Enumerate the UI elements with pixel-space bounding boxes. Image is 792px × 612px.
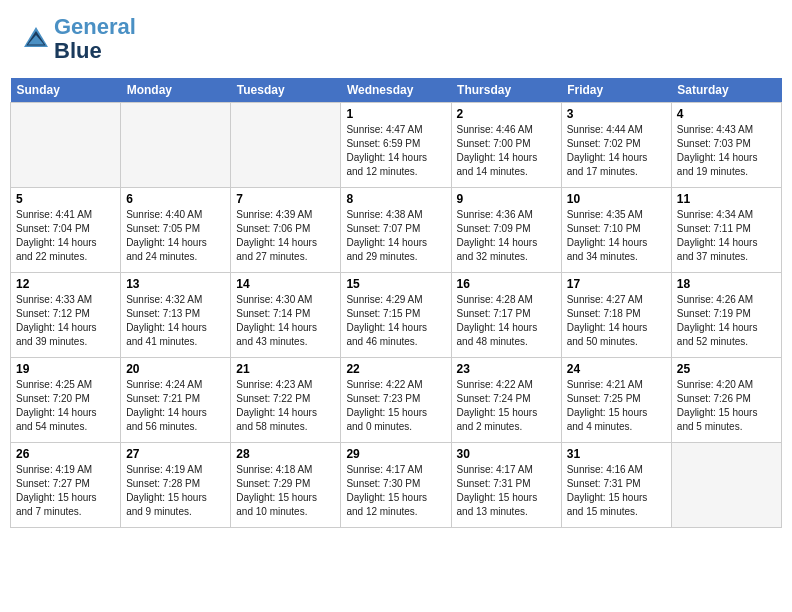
- day-info: Sunrise: 4:26 AMSunset: 7:19 PMDaylight:…: [677, 293, 776, 349]
- calendar-body: 1Sunrise: 4:47 AMSunset: 6:59 PMDaylight…: [11, 103, 782, 528]
- logo: GeneralBlue: [20, 15, 136, 63]
- day-cell: 23Sunrise: 4:22 AMSunset: 7:24 PMDayligh…: [451, 358, 561, 443]
- day-info: Sunrise: 4:16 AMSunset: 7:31 PMDaylight:…: [567, 463, 666, 519]
- day-info: Sunrise: 4:40 AMSunset: 7:05 PMDaylight:…: [126, 208, 225, 264]
- day-number: 13: [126, 277, 225, 291]
- day-cell: [231, 103, 341, 188]
- week-row-4: 19Sunrise: 4:25 AMSunset: 7:20 PMDayligh…: [11, 358, 782, 443]
- day-cell: 9Sunrise: 4:36 AMSunset: 7:09 PMDaylight…: [451, 188, 561, 273]
- day-number: 9: [457, 192, 556, 206]
- day-cell: 11Sunrise: 4:34 AMSunset: 7:11 PMDayligh…: [671, 188, 781, 273]
- day-cell: 7Sunrise: 4:39 AMSunset: 7:06 PMDaylight…: [231, 188, 341, 273]
- day-number: 12: [16, 277, 115, 291]
- day-number: 5: [16, 192, 115, 206]
- day-info: Sunrise: 4:41 AMSunset: 7:04 PMDaylight:…: [16, 208, 115, 264]
- day-cell: 15Sunrise: 4:29 AMSunset: 7:15 PMDayligh…: [341, 273, 451, 358]
- day-number: 15: [346, 277, 445, 291]
- header-cell-wednesday: Wednesday: [341, 78, 451, 103]
- day-cell: 12Sunrise: 4:33 AMSunset: 7:12 PMDayligh…: [11, 273, 121, 358]
- week-row-2: 5Sunrise: 4:41 AMSunset: 7:04 PMDaylight…: [11, 188, 782, 273]
- day-cell: 26Sunrise: 4:19 AMSunset: 7:27 PMDayligh…: [11, 443, 121, 528]
- day-info: Sunrise: 4:38 AMSunset: 7:07 PMDaylight:…: [346, 208, 445, 264]
- day-number: 26: [16, 447, 115, 461]
- day-info: Sunrise: 4:30 AMSunset: 7:14 PMDaylight:…: [236, 293, 335, 349]
- day-info: Sunrise: 4:39 AMSunset: 7:06 PMDaylight:…: [236, 208, 335, 264]
- day-info: Sunrise: 4:19 AMSunset: 7:27 PMDaylight:…: [16, 463, 115, 519]
- day-cell: 10Sunrise: 4:35 AMSunset: 7:10 PMDayligh…: [561, 188, 671, 273]
- day-cell: 20Sunrise: 4:24 AMSunset: 7:21 PMDayligh…: [121, 358, 231, 443]
- day-info: Sunrise: 4:29 AMSunset: 7:15 PMDaylight:…: [346, 293, 445, 349]
- day-number: 27: [126, 447, 225, 461]
- week-row-3: 12Sunrise: 4:33 AMSunset: 7:12 PMDayligh…: [11, 273, 782, 358]
- day-number: 6: [126, 192, 225, 206]
- day-info: Sunrise: 4:23 AMSunset: 7:22 PMDaylight:…: [236, 378, 335, 434]
- day-info: Sunrise: 4:43 AMSunset: 7:03 PMDaylight:…: [677, 123, 776, 179]
- day-number: 14: [236, 277, 335, 291]
- day-info: Sunrise: 4:27 AMSunset: 7:18 PMDaylight:…: [567, 293, 666, 349]
- day-cell: 24Sunrise: 4:21 AMSunset: 7:25 PMDayligh…: [561, 358, 671, 443]
- day-number: 28: [236, 447, 335, 461]
- page-header: GeneralBlue: [10, 10, 782, 68]
- day-info: Sunrise: 4:33 AMSunset: 7:12 PMDaylight:…: [16, 293, 115, 349]
- calendar-table: SundayMondayTuesdayWednesdayThursdayFrid…: [10, 78, 782, 528]
- day-number: 31: [567, 447, 666, 461]
- day-cell: 31Sunrise: 4:16 AMSunset: 7:31 PMDayligh…: [561, 443, 671, 528]
- day-info: Sunrise: 4:20 AMSunset: 7:26 PMDaylight:…: [677, 378, 776, 434]
- day-cell: 4Sunrise: 4:43 AMSunset: 7:03 PMDaylight…: [671, 103, 781, 188]
- header-cell-sunday: Sunday: [11, 78, 121, 103]
- day-number: 20: [126, 362, 225, 376]
- logo-icon: [20, 23, 52, 55]
- day-info: Sunrise: 4:32 AMSunset: 7:13 PMDaylight:…: [126, 293, 225, 349]
- day-number: 19: [16, 362, 115, 376]
- day-info: Sunrise: 4:44 AMSunset: 7:02 PMDaylight:…: [567, 123, 666, 179]
- day-cell: [121, 103, 231, 188]
- day-cell: 1Sunrise: 4:47 AMSunset: 6:59 PMDaylight…: [341, 103, 451, 188]
- day-cell: 27Sunrise: 4:19 AMSunset: 7:28 PMDayligh…: [121, 443, 231, 528]
- day-number: 2: [457, 107, 556, 121]
- day-cell: [11, 103, 121, 188]
- day-cell: 21Sunrise: 4:23 AMSunset: 7:22 PMDayligh…: [231, 358, 341, 443]
- day-cell: 28Sunrise: 4:18 AMSunset: 7:29 PMDayligh…: [231, 443, 341, 528]
- day-cell: 22Sunrise: 4:22 AMSunset: 7:23 PMDayligh…: [341, 358, 451, 443]
- day-number: 4: [677, 107, 776, 121]
- day-number: 24: [567, 362, 666, 376]
- day-info: Sunrise: 4:47 AMSunset: 6:59 PMDaylight:…: [346, 123, 445, 179]
- day-info: Sunrise: 4:28 AMSunset: 7:17 PMDaylight:…: [457, 293, 556, 349]
- day-number: 17: [567, 277, 666, 291]
- day-info: Sunrise: 4:19 AMSunset: 7:28 PMDaylight:…: [126, 463, 225, 519]
- day-number: 10: [567, 192, 666, 206]
- day-number: 29: [346, 447, 445, 461]
- day-info: Sunrise: 4:24 AMSunset: 7:21 PMDaylight:…: [126, 378, 225, 434]
- day-cell: 29Sunrise: 4:17 AMSunset: 7:30 PMDayligh…: [341, 443, 451, 528]
- day-number: 7: [236, 192, 335, 206]
- day-cell: 19Sunrise: 4:25 AMSunset: 7:20 PMDayligh…: [11, 358, 121, 443]
- header-cell-monday: Monday: [121, 78, 231, 103]
- day-info: Sunrise: 4:17 AMSunset: 7:31 PMDaylight:…: [457, 463, 556, 519]
- day-info: Sunrise: 4:35 AMSunset: 7:10 PMDaylight:…: [567, 208, 666, 264]
- day-number: 1: [346, 107, 445, 121]
- day-info: Sunrise: 4:18 AMSunset: 7:29 PMDaylight:…: [236, 463, 335, 519]
- day-info: Sunrise: 4:36 AMSunset: 7:09 PMDaylight:…: [457, 208, 556, 264]
- day-cell: 2Sunrise: 4:46 AMSunset: 7:00 PMDaylight…: [451, 103, 561, 188]
- header-cell-thursday: Thursday: [451, 78, 561, 103]
- header-cell-tuesday: Tuesday: [231, 78, 341, 103]
- day-cell: 6Sunrise: 4:40 AMSunset: 7:05 PMDaylight…: [121, 188, 231, 273]
- week-row-5: 26Sunrise: 4:19 AMSunset: 7:27 PMDayligh…: [11, 443, 782, 528]
- day-info: Sunrise: 4:34 AMSunset: 7:11 PMDaylight:…: [677, 208, 776, 264]
- calendar-header: SundayMondayTuesdayWednesdayThursdayFrid…: [11, 78, 782, 103]
- day-cell: 8Sunrise: 4:38 AMSunset: 7:07 PMDaylight…: [341, 188, 451, 273]
- day-cell: 30Sunrise: 4:17 AMSunset: 7:31 PMDayligh…: [451, 443, 561, 528]
- day-number: 21: [236, 362, 335, 376]
- day-cell: 16Sunrise: 4:28 AMSunset: 7:17 PMDayligh…: [451, 273, 561, 358]
- day-info: Sunrise: 4:17 AMSunset: 7:30 PMDaylight:…: [346, 463, 445, 519]
- day-cell: 5Sunrise: 4:41 AMSunset: 7:04 PMDaylight…: [11, 188, 121, 273]
- day-number: 22: [346, 362, 445, 376]
- day-cell: [671, 443, 781, 528]
- day-number: 8: [346, 192, 445, 206]
- day-cell: 14Sunrise: 4:30 AMSunset: 7:14 PMDayligh…: [231, 273, 341, 358]
- day-info: Sunrise: 4:22 AMSunset: 7:23 PMDaylight:…: [346, 378, 445, 434]
- day-number: 3: [567, 107, 666, 121]
- day-number: 11: [677, 192, 776, 206]
- day-cell: 25Sunrise: 4:20 AMSunset: 7:26 PMDayligh…: [671, 358, 781, 443]
- day-info: Sunrise: 4:25 AMSunset: 7:20 PMDaylight:…: [16, 378, 115, 434]
